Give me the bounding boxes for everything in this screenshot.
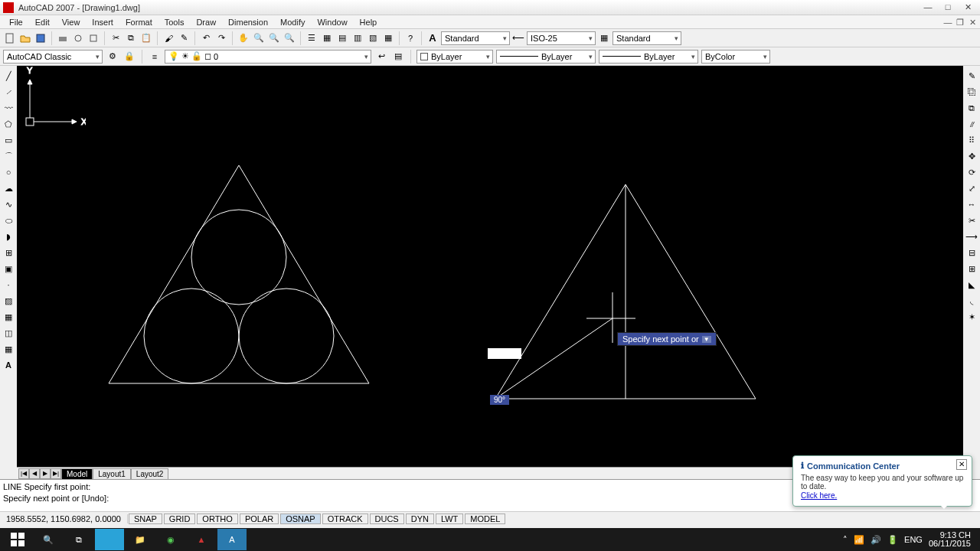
tray-network-icon[interactable]: 📶: [854, 535, 864, 545]
layer-states-button[interactable]: ▤: [391, 50, 405, 64]
save-button[interactable]: [34, 31, 47, 45]
close-button[interactable]: ✕: [959, 2, 977, 14]
zoom-window-button[interactable]: 🔍: [267, 31, 281, 45]
dyn-toggle[interactable]: DYN: [406, 514, 434, 524]
menu-file[interactable]: File: [3, 17, 29, 28]
tab-nav-prev[interactable]: ◀: [29, 468, 40, 479]
plotstyle-dropdown[interactable]: ByColor: [701, 50, 770, 64]
model-toggle[interactable]: MODEL: [465, 514, 505, 524]
ortho-toggle[interactable]: ORTHO: [197, 514, 238, 524]
workspace-settings-button[interactable]: ⚙: [106, 50, 119, 64]
region-tool[interactable]: ◫: [2, 326, 15, 340]
mirror-tool[interactable]: ⧉: [965, 101, 978, 115]
tray-chevron-icon[interactable]: ˄: [843, 535, 848, 545]
circle-tool[interactable]: ○: [2, 165, 15, 179]
tray-battery-icon[interactable]: 🔋: [887, 535, 898, 545]
break-tool[interactable]: ⊟: [965, 246, 978, 259]
tab-model[interactable]: Model: [61, 468, 93, 479]
print-button[interactable]: [56, 31, 70, 45]
cut-button[interactable]: ✂: [109, 31, 122, 45]
explode-tool[interactable]: ✶: [965, 310, 978, 324]
text-style-dropdown[interactable]: Standard: [441, 31, 510, 45]
properties-button[interactable]: ☰: [305, 31, 318, 45]
minimize-button[interactable]: —: [919, 2, 937, 14]
tab-nav-next[interactable]: ▶: [40, 468, 51, 479]
snap-toggle[interactable]: SNAP: [129, 514, 162, 524]
menu-view[interactable]: View: [56, 17, 87, 28]
fillet-tool[interactable]: ◟: [965, 294, 978, 308]
polar-toggle[interactable]: POLAR: [240, 514, 279, 524]
ellipse-tool[interactable]: ⬭: [2, 214, 15, 227]
arc-tool[interactable]: ⌒: [2, 149, 15, 163]
markup-button[interactable]: ▧: [366, 31, 380, 45]
taskbar-app-3[interactable]: ◉: [156, 529, 185, 550]
offset-tool[interactable]: ⫽: [965, 117, 978, 131]
color-dropdown[interactable]: ByLayer: [416, 50, 493, 64]
layer-manager-button[interactable]: ≡: [148, 50, 162, 64]
design-center-button[interactable]: ▦: [320, 31, 334, 45]
quickcalc-button[interactable]: ▦: [381, 31, 395, 45]
ducs-toggle[interactable]: DUCS: [370, 514, 404, 524]
comm-center-close-button[interactable]: ✕: [956, 459, 967, 470]
tab-nav-last[interactable]: ▶|: [51, 468, 61, 479]
taskbar-app-4[interactable]: ▲: [187, 529, 216, 550]
coordinate-readout[interactable]: 1958.5552, 1150.6982, 0.0000: [0, 514, 128, 523]
plot-preview-button[interactable]: [71, 31, 85, 45]
polygon-tool[interactable]: ⬠: [2, 117, 15, 131]
drawing-canvas[interactable]: 90° Specify next point or▼ X Y: [17, 66, 963, 467]
trim-tool[interactable]: ✂: [965, 214, 978, 227]
menu-draw[interactable]: Draw: [190, 17, 222, 28]
revcloud-tool[interactable]: ☁: [2, 181, 15, 195]
open-button[interactable]: [18, 31, 32, 45]
insert-block-tool[interactable]: ⊞: [2, 246, 15, 259]
xline-tool[interactable]: ⟋: [2, 85, 15, 99]
menu-help[interactable]: Help: [354, 17, 384, 28]
pan-button[interactable]: ✋: [237, 31, 250, 45]
undo-button[interactable]: ↶: [199, 31, 213, 45]
stretch-tool[interactable]: ↔: [965, 197, 978, 211]
rectangle-tool[interactable]: ▭: [2, 133, 15, 147]
zoom-realtime-button[interactable]: 🔍: [252, 31, 266, 45]
point-tool[interactable]: ·: [2, 278, 15, 292]
join-tool[interactable]: ⊞: [965, 262, 978, 276]
make-block-tool[interactable]: ▣: [2, 262, 15, 276]
menu-dimension[interactable]: Dimension: [222, 17, 274, 28]
move-tool[interactable]: ✥: [965, 149, 978, 163]
menu-window[interactable]: Window: [311, 17, 353, 28]
tab-layout1[interactable]: Layout1: [93, 468, 131, 479]
erase-tool[interactable]: ✎: [965, 69, 978, 83]
comm-center-link[interactable]: Click here.: [801, 491, 837, 500]
linetype-dropdown[interactable]: ByLayer: [496, 50, 596, 64]
mdi-minimize-button[interactable]: —: [943, 18, 952, 27]
block-editor-button[interactable]: ✎: [177, 31, 191, 45]
table-style-dropdown[interactable]: Standard: [612, 31, 681, 45]
hatch-tool[interactable]: ▨: [2, 294, 15, 308]
match-props-button[interactable]: 🖌: [162, 31, 175, 45]
redo-button[interactable]: ↷: [214, 31, 228, 45]
tray-clock[interactable]: 9:13 CH 06/11/2015: [929, 531, 971, 548]
spline-tool[interactable]: ∿: [2, 197, 15, 211]
copy-tool[interactable]: ⿻: [965, 85, 978, 99]
mdi-restore-button[interactable]: ❐: [956, 18, 965, 27]
search-button[interactable]: 🔍: [34, 529, 63, 550]
tray-language[interactable]: ENG: [904, 535, 923, 544]
menu-format[interactable]: Format: [119, 17, 158, 28]
taskbar-explorer[interactable]: 📁: [126, 529, 155, 550]
tab-layout2[interactable]: Layout2: [131, 468, 169, 479]
taskbar-app-1[interactable]: [95, 529, 124, 550]
tray-volume-icon[interactable]: 🔊: [871, 535, 881, 545]
tool-palettes-button[interactable]: ▤: [335, 31, 349, 45]
mtext-tool[interactable]: A: [2, 358, 15, 372]
menu-edit[interactable]: Edit: [29, 17, 56, 28]
zoom-previous-button[interactable]: 🔍: [283, 31, 296, 45]
osnap-toggle[interactable]: OSNAP: [280, 514, 321, 524]
grid-toggle[interactable]: GRID: [164, 514, 196, 524]
task-view-button[interactable]: ⧉: [64, 529, 93, 550]
publish-button[interactable]: [87, 31, 100, 45]
paste-button[interactable]: 📋: [139, 31, 153, 45]
text-style-icon[interactable]: A: [426, 31, 439, 45]
array-tool[interactable]: ⠿: [965, 133, 978, 147]
menu-modify[interactable]: Modify: [274, 17, 311, 28]
layer-previous-button[interactable]: ↩: [374, 50, 388, 64]
sheet-set-button[interactable]: ▥: [351, 31, 364, 45]
